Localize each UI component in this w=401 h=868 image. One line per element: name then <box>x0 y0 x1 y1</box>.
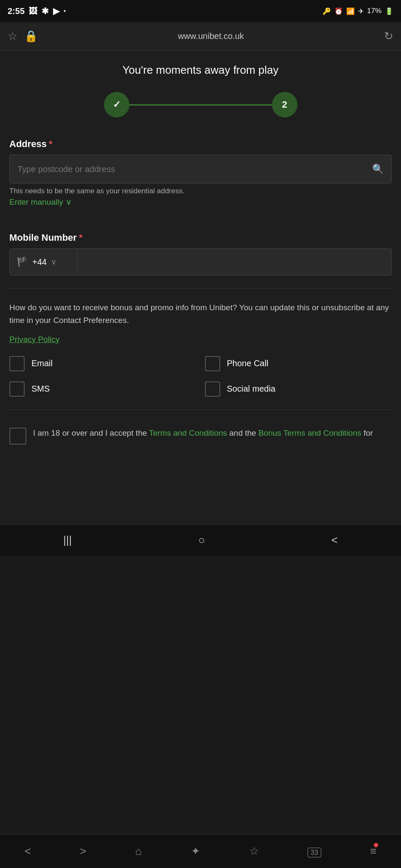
wifi-icon: 📶 <box>346 7 355 15</box>
email-checkbox[interactable] <box>9 356 25 371</box>
nav-back-button[interactable]: < <box>18 841 38 861</box>
enter-manually-link[interactable]: Enter manually ∨ <box>9 197 72 207</box>
mobile-label: Mobile Number* <box>9 232 392 243</box>
battery-icon: 🔋 <box>385 7 393 15</box>
terms-text-2: and the <box>227 428 258 437</box>
back-button[interactable]: < <box>331 534 338 547</box>
divider-1 <box>9 288 392 289</box>
nav-menu-badge-wrapper: ≡ <box>370 845 376 858</box>
phone-row: 🏴 +44 ∨ <box>9 248 392 275</box>
refresh-icon[interactable]: ↻ <box>384 30 393 43</box>
email-label: Email <box>31 359 53 368</box>
nav-magic-button[interactable]: ✦ <box>184 841 207 861</box>
sms-checkbox[interactable] <box>9 381 25 397</box>
bottom-nav: < > ⌂ ✦ ☆ 33 ≡ <box>0 834 401 868</box>
nav-bookmark-icon: ☆ <box>249 845 259 857</box>
key-icon: 🔑 <box>322 7 331 15</box>
address-required: * <box>49 139 53 149</box>
back-icon: < <box>331 534 338 546</box>
social-media-checkbox-item[interactable]: Social media <box>205 381 392 397</box>
step-2-circle: 2 <box>272 92 297 117</box>
sms-label: SMS <box>31 384 50 394</box>
address-hint: This needs to be the same as your reside… <box>9 187 392 195</box>
phone-number-input[interactable] <box>77 248 392 275</box>
nav-badge-dot <box>374 843 378 847</box>
bonus-terms-link[interactable]: Bonus Terms and Conditions <box>258 428 362 437</box>
enter-manually-text: Enter manually <box>9 198 63 207</box>
country-chevron-icon: ∨ <box>51 257 56 267</box>
phone-call-checkbox-item[interactable]: Phone Call <box>205 356 392 371</box>
nav-magic-icon: ✦ <box>191 845 200 857</box>
step-line <box>129 104 273 106</box>
address-label: Address* <box>9 139 392 150</box>
gallery-icon: 🖼 <box>29 6 37 16</box>
terms-text: I am 18 or over and I accept the Terms a… <box>33 427 373 440</box>
terms-conditions-link[interactable]: Terms and Conditions <box>149 428 227 437</box>
nav-bookmark-button[interactable]: ☆ <box>242 841 266 861</box>
terms-text-3: for <box>362 428 373 437</box>
airplane-icon: ✈ <box>358 7 364 15</box>
status-bar: 2:55 🖼 ✱ ▶ • 🔑 ⏰ 📶 ✈ 17% 🔋 <box>0 0 401 22</box>
privacy-policy-link[interactable]: Privacy Policy <box>9 335 392 344</box>
flag-icon: 🏴 <box>17 256 28 267</box>
sms-checkbox-item[interactable]: SMS <box>9 381 196 397</box>
nav-home-button[interactable]: ⌂ <box>129 841 149 861</box>
youtube-icon: ▶ <box>53 6 59 16</box>
status-time: 2:55 <box>8 6 25 16</box>
home-button[interactable]: ○ <box>198 534 205 547</box>
terms-text-1: I am 18 or over and I accept the <box>33 428 149 437</box>
page-title: You're moments away from play <box>9 64 392 77</box>
phone-call-checkbox[interactable] <box>205 356 220 371</box>
battery-level: 17% <box>367 7 381 15</box>
recent-apps-icon: ||| <box>63 534 72 546</box>
recent-apps-button[interactable]: ||| <box>63 534 72 547</box>
step-2-label: 2 <box>282 99 287 110</box>
social-media-label: Social media <box>227 384 276 394</box>
address-input[interactable] <box>17 164 372 174</box>
nav-forward-button[interactable]: > <box>73 841 93 861</box>
home-icon: ○ <box>198 534 205 546</box>
country-code: +44 <box>32 257 47 267</box>
divider-2 <box>9 409 392 410</box>
enter-manually-chevron: ∨ <box>66 197 72 207</box>
browser-bar: ☆ 🔒 www.unibet.co.uk ↻ <box>0 22 401 51</box>
nav-tabs-icon: 33 <box>308 848 321 857</box>
promo-description: How do you want to receive bonus and pro… <box>9 301 392 327</box>
lock-icon: 🔒 <box>24 30 38 43</box>
nav-menu-button[interactable]: ≡ <box>363 841 383 861</box>
main-content: You're moments away from play ✓ 2 Addres… <box>0 51 401 525</box>
nav-back-icon: < <box>25 845 31 857</box>
url-bar[interactable]: www.unibet.co.uk <box>45 31 377 41</box>
mobile-section: Mobile Number* 🏴 +44 ∨ <box>9 232 392 275</box>
step-1-check: ✓ <box>113 99 121 110</box>
social-media-checkbox[interactable] <box>205 381 220 397</box>
alarm-icon: ⏰ <box>334 7 343 15</box>
country-select[interactable]: 🏴 +44 ∨ <box>9 248 77 275</box>
favorite-icon[interactable]: ☆ <box>8 30 17 43</box>
dot-icon: • <box>64 8 66 14</box>
promo-section: How do you want to receive bonus and pro… <box>9 301 392 397</box>
progress-indicator: ✓ 2 <box>9 92 392 117</box>
system-nav: ||| ○ < <box>0 525 401 556</box>
terms-checkbox[interactable] <box>9 428 26 445</box>
status-left: 2:55 🖼 ✱ ▶ • <box>8 6 66 16</box>
address-search-icon: 🔍 <box>372 164 384 175</box>
nav-tabs-button[interactable]: 33 <box>301 841 328 861</box>
step-1-circle: ✓ <box>104 92 129 117</box>
phone-call-label: Phone Call <box>227 359 269 368</box>
nav-forward-icon: > <box>80 845 86 857</box>
mobile-required: * <box>79 232 83 243</box>
bluetooth-icon: ✱ <box>42 6 49 16</box>
nav-home-icon: ⌂ <box>135 845 142 857</box>
email-checkbox-item[interactable]: Email <box>9 356 196 371</box>
terms-section: I am 18 or over and I accept the Terms a… <box>9 423 392 445</box>
address-section: Address* 🔍 This needs to be the same as … <box>9 139 392 220</box>
contact-preferences-grid: Email Phone Call SMS Social media <box>9 356 392 397</box>
address-input-wrapper[interactable]: 🔍 <box>9 155 392 184</box>
status-right: 🔑 ⏰ 📶 ✈ 17% 🔋 <box>322 7 393 15</box>
